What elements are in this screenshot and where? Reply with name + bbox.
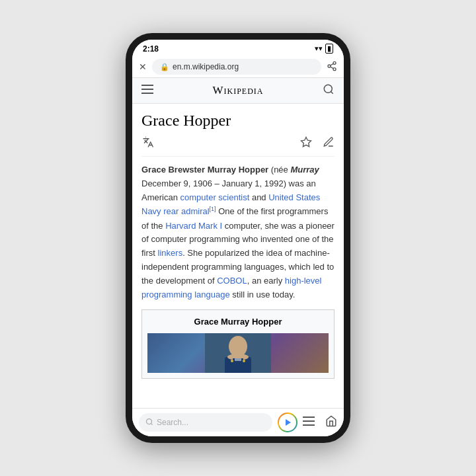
svg-line-3 <box>331 67 334 69</box>
infobox-image <box>147 333 329 373</box>
article-end: still in use today. <box>230 290 296 299</box>
svg-point-0 <box>333 61 336 64</box>
article-actions <box>141 136 335 157</box>
browser-bar: ✕ 🔒 en.m.wikipedia.org <box>132 56 344 78</box>
svg-rect-7 <box>141 93 153 94</box>
svg-line-4 <box>331 63 334 65</box>
article-nee: (née <box>268 165 290 175</box>
svg-rect-22 <box>303 420 315 422</box>
svg-line-9 <box>331 91 333 93</box>
wiki-menu-button[interactable] <box>141 85 153 97</box>
svg-point-8 <box>324 85 332 93</box>
phone-screen: 2:18 ▾▾ ▮ ✕ 🔒 en.m.wikipedia.org <box>132 40 344 436</box>
link-harvard[interactable]: Harvard Mark I <box>165 221 222 231</box>
article-early: , an early <box>247 276 285 286</box>
share-button[interactable] <box>327 61 337 73</box>
article-murray: Murray <box>290 165 319 175</box>
status-time: 2:18 <box>143 44 159 54</box>
svg-point-19 <box>147 419 152 424</box>
phone-shell: 2:18 ▾▾ ▮ ✕ 🔒 en.m.wikipedia.org <box>126 33 350 443</box>
infobox: Grace Murray Hopper <box>141 309 335 379</box>
bottom-search-bar[interactable]: Search... <box>139 413 272 432</box>
edit-icon[interactable] <box>323 136 335 151</box>
address-text: en.m.wikipedia.org <box>173 62 239 71</box>
svg-point-1 <box>328 65 331 67</box>
article-ref: [1] <box>210 206 216 212</box>
status-icons: ▾▾ ▮ <box>315 44 333 54</box>
browser-close-button[interactable]: ✕ <box>139 61 147 72</box>
battery-icon: ▮ <box>325 44 333 54</box>
wiki-logo: Wikipedia <box>212 84 263 97</box>
star-icon[interactable] <box>300 136 312 151</box>
article-title: Grace Hopper <box>141 112 335 130</box>
wiki-nav: Wikipedia <box>132 78 344 104</box>
svg-rect-18 <box>235 358 241 361</box>
infobox-title: Grace Murray Hopper <box>147 315 329 329</box>
svg-point-17 <box>243 360 245 362</box>
bottom-search-text: Search... <box>157 418 188 427</box>
svg-marker-10 <box>301 138 311 147</box>
translate-icon[interactable] <box>141 136 155 151</box>
article-body: Grace Brewster Murray Hopper (née Murray… <box>141 163 335 379</box>
article-and: and <box>249 192 268 202</box>
wifi-icon: ▾▾ <box>315 44 323 53</box>
svg-point-2 <box>333 67 336 70</box>
bottom-search-icon <box>145 416 153 428</box>
svg-point-16 <box>231 360 233 362</box>
wiki-search-button[interactable] <box>323 83 335 98</box>
lock-icon: 🔒 <box>160 63 169 71</box>
action-right <box>300 136 335 151</box>
status-bar: 2:18 ▾▾ ▮ <box>132 40 344 56</box>
bottom-list-icon[interactable] <box>303 416 315 428</box>
play-button[interactable] <box>278 413 298 432</box>
play-triangle-icon <box>286 419 291 426</box>
svg-rect-23 <box>303 424 315 426</box>
link-linkers[interactable]: linkers <box>158 248 183 258</box>
bottom-nav: Search... <box>132 408 344 436</box>
link-computer-scientist[interactable]: computer scientist <box>180 192 250 202</box>
svg-rect-6 <box>141 89 153 90</box>
article-bold-name: Grace Brewster Murray Hopper <box>141 165 268 175</box>
address-bar[interactable]: 🔒 en.m.wikipedia.org <box>152 59 321 75</box>
svg-line-20 <box>151 423 152 424</box>
bottom-home-icon[interactable] <box>325 415 337 430</box>
link-cobol[interactable]: COBOL <box>217 276 247 286</box>
article-content: Grace Hopper <box>132 104 344 408</box>
svg-rect-5 <box>141 85 153 86</box>
svg-rect-21 <box>303 416 315 418</box>
